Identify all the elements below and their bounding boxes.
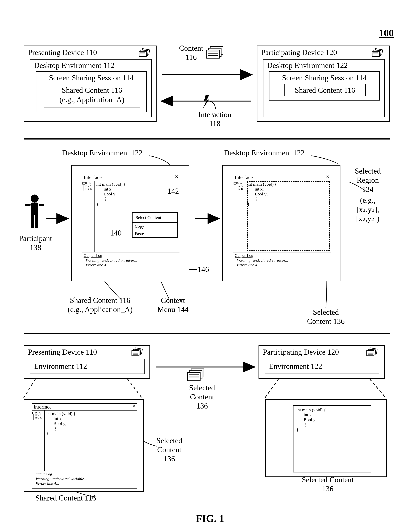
docs-icon — [130, 347, 145, 358]
code-line: Bool y; — [96, 191, 178, 196]
log-line: Error: line 4... — [84, 263, 178, 267]
selected-content-pane: int main (void) { int x; Bool y; ⋮ } — [293, 405, 371, 472]
code-line: Bool y; — [296, 417, 368, 422]
tree-file-a-r: File A — [236, 185, 243, 187]
file-tree-bl: Dir A File A File B — [32, 411, 45, 471]
tree-dir: Dir A — [85, 182, 91, 185]
participant-num: 138 — [17, 243, 54, 252]
svg-rect-40 — [35, 215, 38, 228]
interface-title-text-r: Interface — [235, 175, 253, 180]
sel-content-mid-2: Content 136 — [299, 317, 353, 326]
log-line: Warning: undeclared variable... — [84, 258, 178, 263]
code-pane: int main (void) { int x; Bool y; ⋮ } Sel… — [95, 181, 180, 252]
menu-item-paste[interactable]: Paste — [132, 230, 177, 237]
svg-rect-36 — [31, 203, 38, 215]
sel-content-c1: Selected — [184, 383, 220, 392]
env-right-label: Desktop Environment 122 — [224, 148, 304, 157]
expanded-env-left: Interface × Dir A File A File B int main… — [24, 399, 144, 492]
svg-rect-39 — [31, 215, 34, 228]
tree-fa-bl: File A — [35, 414, 42, 417]
svg-point-35 — [30, 194, 39, 203]
svg-line-28 — [370, 379, 386, 398]
desktop-env-left: Interface × Dir A File A File B int main… — [71, 165, 189, 281]
svg-rect-31 — [188, 372, 200, 381]
tree-file-b-r: File B — [236, 188, 243, 190]
participating-device-bot: Participating Device 120 Environment 122 — [259, 345, 385, 379]
context-menu[interactable]: Select Content Copy Paste — [132, 212, 178, 238]
interface-titlebar-bl: Interface × — [32, 404, 137, 411]
log-line-r: Error: line 4... — [235, 263, 329, 267]
code-line: Bool y; — [46, 421, 135, 426]
docs-icon — [365, 347, 379, 358]
code-line: int x; — [296, 412, 368, 417]
sel-content-cn: 136 — [184, 402, 220, 410]
sel-content-bl1: Selected — [151, 436, 188, 445]
code-line: int main (void) { — [96, 182, 178, 187]
interface-window-right: Interface × Dir A File A File B int main… — [233, 174, 331, 272]
menu-item-copy[interactable]: Copy — [132, 222, 177, 230]
sel-content-brn: 136 — [291, 485, 364, 493]
close-icon[interactable]: × — [132, 404, 135, 410]
sel-content-mid-1: Selected — [299, 308, 353, 317]
interface-title-text: Interface — [84, 175, 101, 180]
shared-content-mid-eg: (e.g., Application_A) — [64, 305, 137, 314]
figure-title: FIG. 1 — [0, 513, 420, 524]
participant-label: Participant — [17, 234, 54, 243]
code-line: int x; — [96, 187, 178, 191]
output-log: Output Log Warning: undeclared variable.… — [82, 252, 180, 268]
log-title: Output Log — [84, 253, 102, 258]
code-line: } — [96, 202, 178, 206]
svg-rect-16 — [207, 50, 219, 58]
interface-window-left: Interface × Dir A File A File B int main… — [82, 174, 180, 272]
close-icon[interactable]: × — [326, 175, 329, 180]
ref-146: 146 — [198, 265, 209, 274]
close-icon[interactable]: × — [175, 175, 178, 180]
tree-file-b: File B — [85, 188, 92, 190]
interface-title-bl: Interface — [33, 404, 52, 410]
presenting-title-bot: Presenting Device 110 — [28, 348, 97, 356]
vdots-br: ⋮ — [296, 422, 368, 427]
interface-window-bl: Interface × Dir A File A File B int main… — [32, 403, 137, 489]
sel-content-br: Selected Content — [291, 475, 364, 484]
interface-titlebar: Interface × — [82, 174, 180, 181]
vdots-bl: ⋮ — [46, 426, 135, 431]
svg-line-27 — [265, 379, 278, 398]
log-line-bl: Warning: undeclared variable... — [33, 476, 135, 481]
output-log-r: Output Log Warning: undeclared variable.… — [233, 252, 331, 268]
menu-item-select[interactable]: Select Content — [134, 214, 176, 221]
env-box-bot: Environment 112 — [30, 359, 145, 374]
sel-region-eg2: [x₁,y₁], — [349, 205, 386, 214]
ref-142: 142 — [168, 187, 179, 195]
output-log-bl: Output Log Warning: undeclared variable.… — [32, 471, 137, 487]
sel-content-bl2: Content — [151, 445, 188, 454]
sel-region-num: 134 — [349, 185, 386, 194]
code-line: int main (void) { — [296, 407, 368, 412]
tree-file-a: File A — [85, 185, 92, 187]
code-pane-bl: int main (void) { int x; Bool y; ⋮ } — [45, 411, 137, 471]
env-box-bot-p: Environment 122 — [265, 359, 379, 374]
log-line-r: Warning: undeclared variable... — [235, 258, 329, 263]
context-menu-l1: Context — [155, 296, 191, 305]
sel-content-bln: 136 — [151, 455, 188, 463]
presenting-device-bot: Presenting Device 110 Environment 112 — [24, 345, 150, 379]
shared-content-mid: Shared Content 116 — [64, 296, 137, 305]
code-line: int x; — [46, 416, 135, 421]
sel-region-1: Selected — [349, 167, 386, 175]
file-tree-r: Dir A File A File B — [233, 181, 246, 252]
env-left-label: Desktop Environment 122 — [62, 148, 143, 157]
svg-line-26 — [128, 379, 142, 398]
shared-content-bot: Shared Content 116 — [35, 494, 96, 502]
participating-title-bot: Participating Device 120 — [263, 348, 339, 356]
person-icon — [24, 193, 45, 233]
sel-region-2: Region — [349, 176, 386, 185]
interface-titlebar-r: Interface × — [233, 174, 331, 181]
log-title-r: Output Log — [235, 253, 253, 258]
svg-rect-37 — [25, 204, 30, 206]
log-title-bl: Output Log — [33, 472, 52, 476]
vdots: ⋮ — [96, 196, 178, 202]
selected-region[interactable] — [247, 181, 330, 251]
svg-line-25 — [24, 379, 35, 398]
tree-fb-bl: File B — [35, 417, 42, 420]
log-line-bl: Error: line 4... — [33, 481, 135, 486]
file-tree: Dir A File A File B — [82, 181, 95, 252]
